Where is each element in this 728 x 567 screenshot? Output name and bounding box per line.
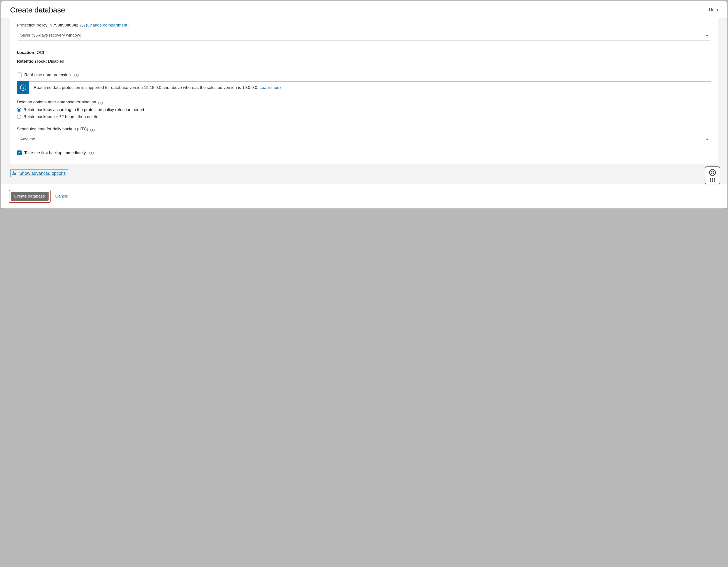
content-area: Protection policy in 79889980342 i (Chan…	[1, 18, 727, 184]
svg-line-9	[714, 170, 715, 171]
cancel-link[interactable]: Cancel	[55, 194, 68, 199]
schedule-label: Scheduled time for daily backup (UTC)	[17, 127, 88, 131]
protection-policy-value: Silver (35-days recovery window)	[20, 33, 81, 37]
footer: Create database Cancel	[1, 184, 727, 208]
form-panel: Protection policy in 79889980342 i (Chan…	[10, 18, 718, 164]
svg-line-10	[710, 173, 711, 175]
change-compartment-link[interactable]: (Change compartment)	[86, 23, 129, 27]
info-banner-strip: i	[17, 81, 29, 94]
info-icon[interactable]: i	[80, 24, 85, 28]
schedule-value: Anytime	[20, 137, 35, 141]
info-icon[interactable]: i	[90, 128, 95, 132]
create-button-highlight: Create database	[9, 190, 51, 203]
svg-line-8	[710, 170, 711, 171]
schedule-label-row: Scheduled time for daily backup (UTC) i	[17, 127, 711, 132]
info-icon: i	[20, 84, 26, 91]
page-title: Create database	[10, 6, 65, 14]
info-icon[interactable]: i	[89, 151, 94, 155]
deletion-option-1-radio[interactable]	[17, 107, 21, 112]
first-backup-label: Take the first backup immediately	[24, 150, 86, 155]
chevron-updown-icon: ▲▼	[706, 138, 708, 140]
first-backup-row: ✓ Take the first backup immediately i	[17, 150, 711, 155]
info-icon[interactable]: i	[74, 73, 79, 77]
info-banner-text: Real-time data protection is supported f…	[34, 85, 260, 90]
location-value: OCI	[37, 50, 44, 55]
support-widget[interactable]	[705, 166, 720, 184]
realtime-protection-row: Real-time data protection i	[17, 72, 711, 77]
chevron-updown-icon: ▲▼	[706, 34, 708, 37]
compartment-id: 79889980342	[53, 23, 78, 27]
header: Create database Help	[1, 1, 727, 18]
lifebuoy-icon	[709, 169, 716, 176]
create-database-button[interactable]: Create database	[11, 192, 49, 201]
protection-policy-select[interactable]: Silver (35-days recovery window) ▲▼	[17, 30, 711, 40]
info-icon[interactable]: i	[98, 101, 103, 105]
advanced-options-label: Show advanced options	[19, 171, 66, 176]
realtime-protection-checkbox[interactable]	[17, 72, 22, 77]
retention-lock-label: Retention lock:	[17, 59, 47, 63]
svg-point-5	[13, 174, 14, 175]
location-label: Location:	[17, 50, 36, 55]
info-banner: i Real-time data protection is supported…	[17, 81, 711, 94]
location-row: Location: OCI	[17, 50, 711, 55]
schedule-select[interactable]: Anytime ▲▼	[17, 134, 711, 144]
svg-line-11	[714, 173, 715, 175]
create-database-window: Create database Help Protection policy i…	[1, 1, 727, 209]
info-banner-message: Real-time data protection is supported f…	[29, 81, 285, 94]
protection-policy-label: Protection policy in 79889980342 i (Chan…	[17, 23, 711, 28]
first-backup-checkbox[interactable]: ✓	[17, 150, 22, 155]
deletion-option-2-row: Retain backups for 72 hours, then delete	[17, 114, 711, 119]
svg-point-7	[711, 171, 714, 174]
retention-lock-row: Retention lock: Disabled	[17, 59, 711, 64]
svg-point-1	[13, 172, 14, 172]
protection-policy-prefix: Protection policy in	[17, 23, 53, 27]
deletion-option-2-radio[interactable]	[17, 114, 21, 119]
retention-lock-value: Disabled	[48, 59, 64, 63]
deletion-options-label: Deletion options after database terminat…	[17, 100, 96, 104]
help-link[interactable]: Help	[709, 7, 718, 12]
deletion-option-1-row: Retain backups according to the protecti…	[17, 107, 711, 112]
svg-point-3	[15, 173, 16, 174]
show-advanced-options-link[interactable]: Show advanced options	[10, 169, 68, 177]
advanced-options-row: Show advanced options	[10, 164, 718, 184]
realtime-protection-label: Real-time data protection	[24, 72, 71, 77]
deletion-option-2-label: Retain backups for 72 hours, then delete	[23, 114, 98, 119]
grid-icon	[710, 178, 715, 182]
deletion-options-heading: Deletion options after database terminat…	[17, 100, 711, 105]
sliders-icon	[12, 171, 17, 176]
deletion-option-1-label: Retain backups according to the protecti…	[23, 107, 144, 112]
learn-more-link[interactable]: Learn more	[260, 85, 281, 90]
